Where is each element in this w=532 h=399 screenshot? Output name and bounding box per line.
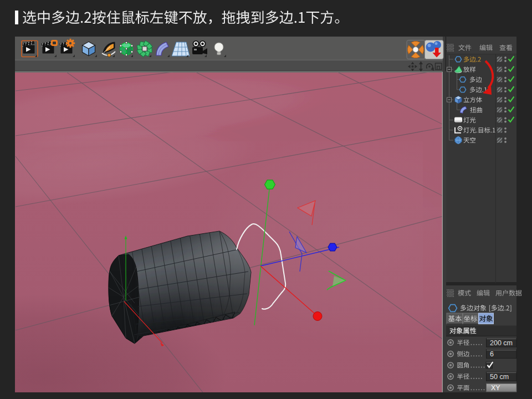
svg-text:XY: XY [491, 384, 500, 392]
svg-text:50 cm: 50 cm [490, 373, 509, 381]
svg-text:6: 6 [490, 350, 494, 358]
svg-text:200 cm: 200 cm [490, 339, 513, 347]
